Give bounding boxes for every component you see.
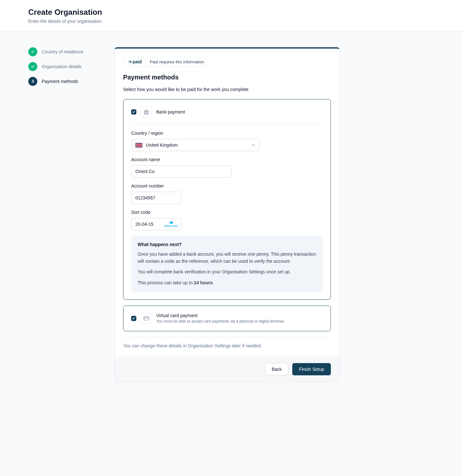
paid-logo: paid [128,59,146,64]
account-name-input[interactable] [131,165,232,178]
info-pill: paid Paid requires this information [123,57,209,67]
virtual-card-payment-card: Virtual card payment You must be able to… [123,306,331,331]
form-card: paid Paid requires this information Paym… [114,47,340,382]
barclays-logo: BARCLAYS [165,221,178,227]
step-label: Payment methods [42,79,78,84]
virtual-checkbox[interactable] [131,316,136,321]
step-label: Organisation details [42,64,82,69]
bank-title: Bank payment [156,109,185,114]
virtual-sub: You must be able to accept card payments… [156,319,284,324]
account-number-label: Account number [131,183,323,188]
check-icon [28,47,37,56]
bank-payment-card: Bank payment Country / region [123,99,331,300]
bank-icon [141,106,152,117]
step-organisation: Organisation details [28,62,99,71]
stepper: Country of residence Organisation detail… [28,47,99,92]
page-subtitle: Enter the details of your organisation [28,19,435,24]
section-desc: Select how you would like to be paid for… [123,87,331,92]
country-value: United Kingdom [146,142,178,148]
step-label: Country of residence [42,49,83,54]
svg-rect-1 [144,317,149,320]
card-icon [141,313,152,324]
pill-text: Paid requires this information [150,60,204,64]
info-p3: This process can take up to 24 hours. [138,279,316,287]
section-title: Payment methods [123,74,331,81]
card-footer: Back Finish Setup [115,357,339,382]
step-payment: 3 Payment methods [28,77,99,86]
finish-setup-button[interactable]: Finish Setup [292,363,331,375]
info-heading: What happens next? [138,242,316,247]
bank-checkbox[interactable] [131,109,136,114]
info-p2: You will complete bank verification in y… [138,269,316,276]
step-country: Country of residence [28,47,99,56]
info-p1: Once you have added a bank account, you … [138,251,316,265]
sort-code-label: Sort code [131,210,323,215]
chevron-down-icon [251,143,256,147]
account-name-label: Account name [131,157,323,162]
account-number-input[interactable] [131,192,181,204]
step-number: 3 [28,77,37,86]
footnote: You can change these details in Organisa… [123,343,331,348]
divider [123,337,331,337]
country-label: Country / region [131,131,323,136]
info-box: What happens next? Once you have added a… [131,236,323,292]
check-icon [28,62,37,71]
uk-flag-icon [135,143,142,148]
page-header: Create Organisation Enter the details of… [0,0,463,32]
page-title: Create Organisation [28,8,435,17]
back-button[interactable]: Back [265,363,288,375]
virtual-title: Virtual card payment [156,313,284,318]
country-select[interactable]: United Kingdom [131,139,260,151]
